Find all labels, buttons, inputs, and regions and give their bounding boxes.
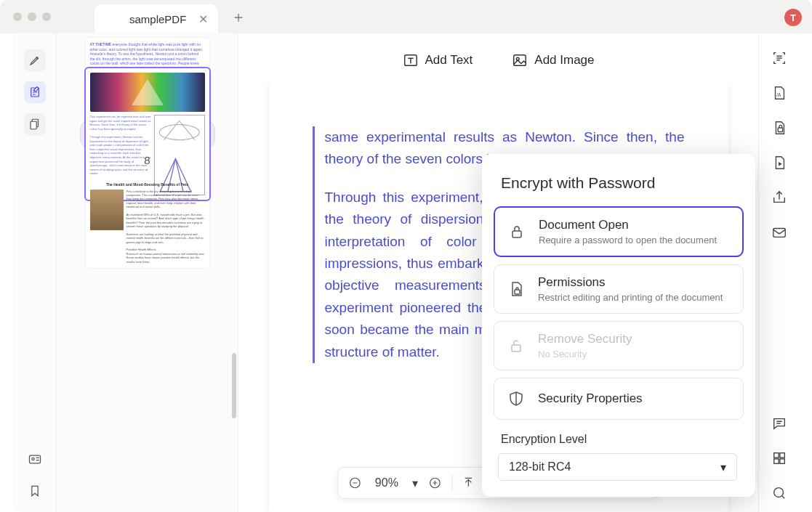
titlebar: samplePDF ✕ ＋ T xyxy=(0,0,812,33)
window-controls xyxy=(13,12,51,21)
svg-point-18 xyxy=(773,488,783,497)
remove-security-option[interactable]: Remove Security No Security xyxy=(494,321,744,370)
thumbnail-panel: AT THETIME everyone thought that white l… xyxy=(57,33,238,512)
first-page-button[interactable] xyxy=(462,477,474,489)
svg-rect-3 xyxy=(29,455,40,463)
ocr-icon[interactable] xyxy=(771,49,788,67)
slideshow-icon[interactable] xyxy=(771,154,788,171)
chevron-down-icon: ▾ xyxy=(720,460,726,474)
tab-close-button[interactable]: ✕ xyxy=(198,12,208,26)
encryption-level-label: Encryption Level xyxy=(501,433,736,446)
encrypt-icon[interactable] xyxy=(771,119,788,137)
mail-icon[interactable] xyxy=(771,224,788,241)
encrypt-password-panel: Encrypt with Password Document Open Requ… xyxy=(482,154,755,497)
app-body: AT THETIME everyone thought that white l… xyxy=(13,33,799,512)
svg-rect-15 xyxy=(779,453,784,458)
comment-icon[interactable] xyxy=(771,415,788,432)
cat-image-icon xyxy=(90,190,124,230)
add-image-button[interactable]: Add Image xyxy=(512,52,594,68)
grid-view-icon[interactable] xyxy=(771,450,788,467)
thumbnail-scrollbar[interactable] xyxy=(232,33,236,512)
unlock-icon xyxy=(506,336,526,356)
svg-rect-13 xyxy=(773,229,785,237)
svg-rect-7 xyxy=(514,55,526,66)
right-toolbar: /A xyxy=(758,33,799,512)
svg-rect-14 xyxy=(773,453,778,458)
prism-image xyxy=(90,73,205,112)
highlighter-tool[interactable] xyxy=(24,49,46,71)
page-thumbnail-9[interactable]: The Health and Mood-Boosting Benefits of… xyxy=(86,178,209,268)
left-toolbar xyxy=(13,33,57,512)
page-thumbnail-8-selected[interactable]: This experiment can be repeated over and… xyxy=(86,68,209,200)
svg-rect-16 xyxy=(773,459,778,463)
pages-tool[interactable] xyxy=(24,113,46,135)
svg-rect-20 xyxy=(515,290,520,294)
shield-icon xyxy=(506,389,526,409)
svg-rect-2 xyxy=(31,121,36,129)
share-icon[interactable] xyxy=(771,189,788,206)
annotation-toolbar: Add Text Add Image xyxy=(402,52,594,68)
svg-text:/A: /A xyxy=(776,92,781,97)
minimize-window-button[interactable] xyxy=(28,12,36,21)
user-avatar[interactable]: T xyxy=(784,9,802,26)
lock-icon xyxy=(507,222,527,242)
zoom-in-button[interactable] xyxy=(428,476,441,489)
zoom-out-button[interactable] xyxy=(348,476,361,489)
annotate-tool[interactable] xyxy=(24,81,46,103)
svg-rect-21 xyxy=(512,345,520,352)
svg-point-4 xyxy=(31,458,33,460)
svg-rect-12 xyxy=(778,128,782,132)
pdf-a-icon[interactable]: /A xyxy=(771,84,788,102)
document-tab[interactable]: samplePDF ✕ xyxy=(95,4,218,33)
tab-title: samplePDF xyxy=(129,13,186,25)
search-icon[interactable] xyxy=(771,484,788,502)
permissions-option[interactable]: Permissions Restrict editing and printin… xyxy=(494,264,744,314)
new-tab-button[interactable]: ＋ xyxy=(231,7,246,27)
bookmark-icon[interactable] xyxy=(24,480,46,502)
thumbnail-number: 8 xyxy=(57,154,238,166)
document-open-option[interactable]: Document Open Require a password to open… xyxy=(494,206,744,257)
add-text-button[interactable]: Add Text xyxy=(402,52,473,68)
svg-rect-17 xyxy=(779,459,784,463)
encryption-level-select[interactable]: 128-bit RC4 ▾ xyxy=(498,453,737,481)
id-card-icon[interactable] xyxy=(24,448,46,470)
svg-rect-19 xyxy=(512,231,521,237)
close-window-button[interactable] xyxy=(13,12,22,21)
maximize-window-button[interactable] xyxy=(42,12,51,21)
zoom-dropdown-button[interactable]: ▾ xyxy=(412,476,418,490)
panel-title: Encrypt with Password xyxy=(501,174,736,192)
security-properties-option[interactable]: Security Properties xyxy=(494,378,744,420)
zoom-level: 90% xyxy=(371,476,402,489)
document-lock-icon xyxy=(506,279,526,299)
